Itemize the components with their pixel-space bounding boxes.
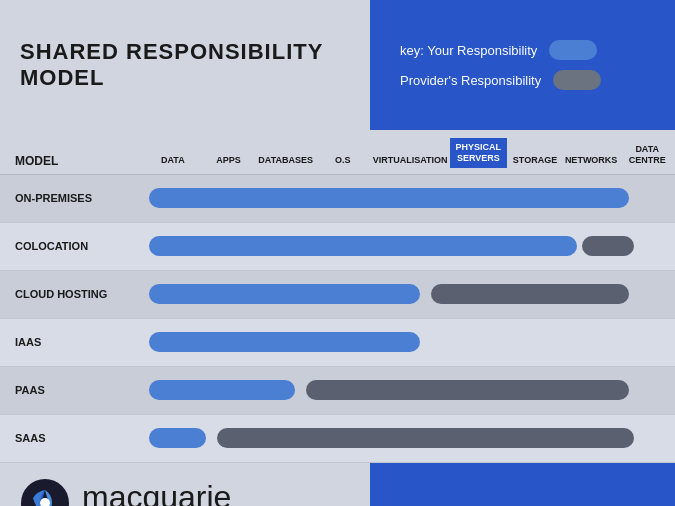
legend-item-your: key: Your Responsibility (400, 40, 597, 60)
legend-area: key: Your Responsibility Provider's Resp… (370, 0, 675, 130)
bottom-blue-panel (370, 463, 675, 506)
col-header-virtualisation: VIRTUALISATION (371, 153, 450, 168)
bars-colocation (149, 230, 671, 262)
title-area: SHARED RESPONSIBILITY MODEL (0, 0, 370, 130)
table-header: MODEL DATA APPS DATABASES O.S VIRTUALISA… (0, 130, 675, 175)
legend-provider-label: Provider's Responsibility (400, 73, 541, 88)
row-label-saas: SaaS (0, 432, 145, 444)
row-label-paas: PaaS (0, 384, 145, 396)
row-label-on-premises: ON-PREMISES (0, 192, 145, 204)
table-row: ON-PREMISES (0, 175, 675, 223)
row-label-cloud-hosting: CLOUD HOSTING (0, 288, 145, 300)
logo-area: macquarie DATA CENTRES (0, 478, 370, 506)
bar-gray (431, 284, 629, 304)
bar-blue (149, 284, 420, 304)
col-header-os: O.S (315, 153, 371, 168)
bars-paas (149, 374, 671, 406)
col-header-datacentre: DATA CENTRE (619, 142, 675, 168)
table-section: MODEL DATA APPS DATABASES O.S VIRTUALISA… (0, 130, 675, 463)
bottom-section: macquarie DATA CENTRES (0, 463, 675, 506)
bar-gray (217, 428, 635, 448)
col-header-physical: PHYSICAL SERVERS (450, 138, 508, 168)
bar-gray (582, 236, 634, 256)
bar-blue (149, 188, 629, 208)
table-row: PaaS (0, 367, 675, 415)
col-header-apps: APPS (201, 153, 257, 168)
bars-iaas (149, 326, 671, 358)
legend-your-label: key: Your Responsibility (400, 43, 537, 58)
macquarie-logo-icon (20, 478, 70, 506)
col-header-storage: STORAGE (507, 153, 563, 168)
col-header-data: DATA (145, 153, 201, 168)
bar-blue (149, 380, 295, 400)
row-label-iaas: IaaS (0, 336, 145, 348)
col-header-networks: NETWORKS (563, 153, 620, 168)
table-row: COLOCATION (0, 223, 675, 271)
col-header-model: MODEL (0, 154, 145, 168)
bar-gray (306, 380, 630, 400)
bar-blue (149, 236, 577, 256)
table-row: SaaS (0, 415, 675, 463)
row-label-colocation: COLOCATION (0, 240, 145, 252)
legend-item-provider: Provider's Responsibility (400, 70, 601, 90)
logo-text-area: macquarie DATA CENTRES (82, 481, 231, 506)
bars-on-premises (149, 182, 671, 214)
col-header-databases: DATABASES (256, 153, 315, 168)
bars-cloud-hosting (149, 278, 671, 310)
page-title: SHARED RESPONSIBILITY MODEL (20, 39, 370, 91)
bars-saas (149, 422, 671, 454)
bar-blue (149, 428, 206, 448)
bar-blue (149, 332, 420, 352)
table-row: CLOUD HOSTING (0, 271, 675, 319)
legend-pill-gray (553, 70, 601, 90)
logo-main-text: macquarie (82, 481, 231, 506)
top-section: SHARED RESPONSIBILITY MODEL key: Your Re… (0, 0, 675, 130)
table-row: IaaS (0, 319, 675, 367)
legend-pill-blue (549, 40, 597, 60)
